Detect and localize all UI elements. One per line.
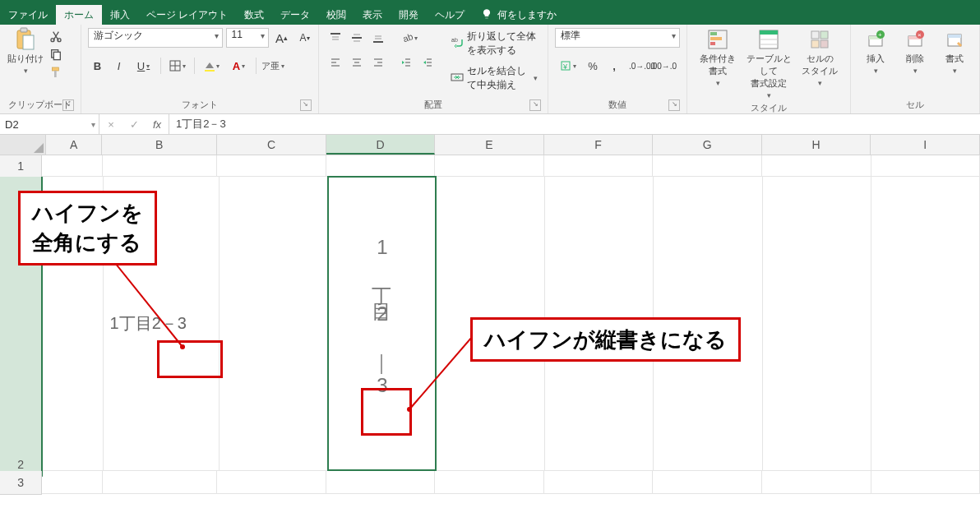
align-left-icon[interactable] [326,53,345,72]
wrap-text-button[interactable]: ab 折り返して全体を表示する [447,28,541,59]
border-button[interactable] [164,56,191,76]
comma-button[interactable]: , [604,56,624,76]
cell-H1[interactable] [762,155,871,177]
bold-button[interactable]: B [88,56,108,76]
cell-I3[interactable] [871,471,981,494]
cells-group-label: セル [906,99,924,109]
cell-D1[interactable] [326,155,436,177]
align-bottom-icon[interactable] [368,28,388,48]
cell-G3[interactable] [653,471,762,494]
cell-B1[interactable] [103,155,217,177]
cell-A3[interactable] [42,471,103,494]
insert-function-icon[interactable]: fx [146,118,169,131]
paste-button[interactable]: 貼り付け ▾ [7,28,44,75]
tell-me[interactable]: 何をしますか [473,5,565,25]
row-header-1[interactable]: 1 [0,155,42,178]
font-size-select[interactable]: 11 [226,28,269,48]
tab-developer[interactable]: 開発 [391,5,427,25]
col-header-B[interactable]: B [102,135,217,155]
increase-decimal-button[interactable]: .0→.00 [632,56,652,76]
cell-C2[interactable] [220,177,328,471]
align-right-icon[interactable] [368,53,388,72]
insert-cells-button[interactable]: + 挿入▾ [858,28,894,75]
copy-icon[interactable] [49,48,64,62]
cell-styles-button[interactable]: セルの スタイル▾ [796,28,844,87]
increase-font-icon[interactable]: A▴ [272,28,292,48]
accounting-format-button[interactable]: ¥ [555,56,581,76]
tab-file[interactable]: ファイル [0,5,56,25]
tab-view[interactable]: 表示 [354,5,391,25]
cell-E3[interactable] [435,471,544,494]
cell-I2[interactable] [871,177,980,471]
tab-data[interactable]: データ [272,5,318,25]
paste-label: 貼り付け [7,53,44,65]
select-all-corner[interactable] [0,135,46,155]
col-header-A[interactable]: A [46,135,102,155]
cell-A1[interactable] [42,155,103,177]
cancel-edit-icon[interactable]: × [99,118,122,131]
confirm-edit-icon[interactable]: ✓ [122,118,146,131]
svg-text:+: + [878,31,882,39]
col-header-C[interactable]: C [217,135,326,155]
font-color-button[interactable]: A [226,56,252,76]
tab-page-layout[interactable]: ページ レイアウト [138,5,236,25]
row-header-3[interactable]: 3 [0,471,42,495]
percent-button[interactable]: % [583,56,603,76]
cell-H3[interactable] [762,471,871,494]
cell-E1[interactable] [435,155,544,177]
cell-F3[interactable] [544,471,654,494]
cell-I1[interactable] [871,155,981,177]
cell-F1[interactable] [544,155,654,177]
svg-rect-63 [948,35,961,38]
col-header-H[interactable]: H [762,135,871,155]
align-top-icon[interactable] [326,28,345,48]
underline-button[interactable]: U [131,56,157,76]
format-cells-button[interactable]: 書式▾ [936,28,973,75]
merge-center-button[interactable]: セルを結合して中央揃え ▾ [447,62,541,94]
decrease-indent-icon[interactable] [396,53,416,72]
col-header-G[interactable]: G [653,135,762,155]
font-dialog-launcher[interactable]: ↘ [300,99,312,111]
decrease-font-icon[interactable]: A▾ [295,28,315,48]
delete-cells-button[interactable]: × 削除▾ [897,28,933,75]
tab-home[interactable]: ホーム [56,5,102,25]
svg-rect-8 [54,71,57,77]
fill-color-button[interactable] [198,56,224,76]
italic-button[interactable]: I [109,56,129,76]
cell-G1[interactable] [653,155,762,177]
phonetic-button[interactable]: ア亜 [260,56,286,76]
col-header-D[interactable]: D [326,135,436,155]
align-middle-icon[interactable] [347,28,367,48]
name-box[interactable]: D2 [0,114,99,134]
alignment-group-label: 配置 [424,99,442,109]
align-center-icon[interactable] [347,53,367,72]
tab-help[interactable]: ヘルプ [427,5,473,25]
format-as-table-button[interactable]: テーブルとして 書式設定▾ [745,28,793,99]
cell-D2[interactable]: 1丁目2｜3 [328,177,437,471]
formula-input[interactable]: 1丁目2－3 [169,114,980,134]
orientation-button[interactable]: ab [396,28,423,48]
alignment-dialog-launcher[interactable]: ↘ [529,99,541,111]
decrease-decimal-button[interactable]: .00→.0 [654,56,673,76]
cut-icon[interactable] [49,30,64,44]
font-name-select[interactable]: 游ゴシック [88,28,223,48]
tab-review[interactable]: 校閲 [318,5,354,25]
clipboard-dialog-launcher[interactable]: ↘ [62,99,74,111]
cell-H2[interactable] [763,177,871,471]
delete-cells-label: 削除 [906,53,924,65]
cell-C1[interactable] [217,155,326,177]
cell-C3[interactable] [217,471,326,494]
col-header-E[interactable]: E [435,135,544,155]
number-dialog-launcher[interactable]: ↘ [668,99,680,111]
cell-B3[interactable] [103,471,217,494]
number-format-select[interactable]: 標準 [555,28,680,48]
cell-D3[interactable] [326,471,436,494]
col-header-I[interactable]: I [871,135,980,155]
conditional-format-button[interactable]: 条件付き 書式▾ [694,28,742,87]
merge-icon [451,71,464,86]
format-painter-icon[interactable] [49,66,64,81]
increase-indent-icon[interactable] [418,53,437,72]
tab-formulas[interactable]: 数式 [236,5,272,25]
tab-insert[interactable]: 挿入 [102,5,138,25]
col-header-F[interactable]: F [544,135,654,155]
